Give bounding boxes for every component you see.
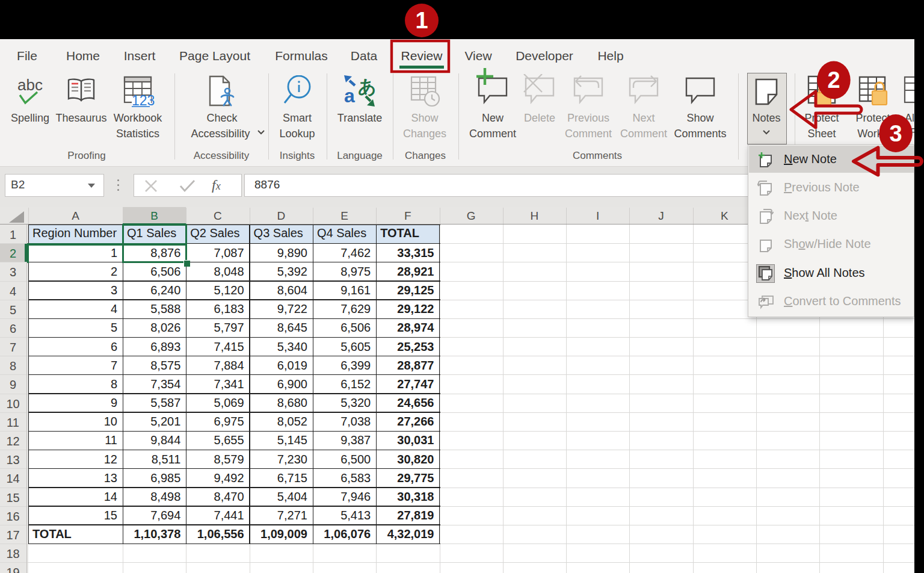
- svg-text:2: 2: [827, 67, 840, 93]
- svg-text:3: 3: [889, 121, 902, 146]
- svg-text:1: 1: [415, 8, 428, 33]
